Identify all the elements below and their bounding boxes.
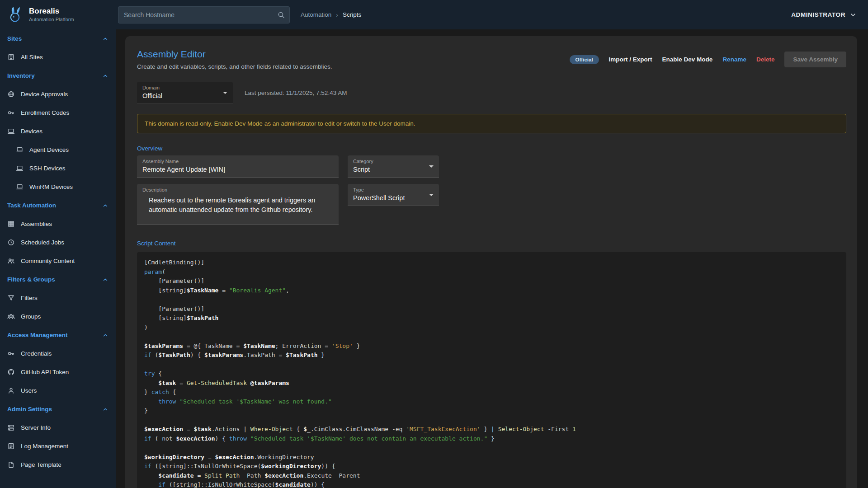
sidebar-item-label: Devices — [21, 128, 42, 135]
clock-icon — [7, 239, 15, 246]
assembly-name-field[interactable]: Assembly Name Remote Agent Update [WIN] — [137, 155, 339, 178]
sidebar-item-label: Credentials — [21, 350, 52, 357]
sidebar-item-assemblies[interactable]: Assemblies — [0, 215, 116, 233]
description-field[interactable]: Description Reaches out to the remote Bo… — [137, 184, 339, 225]
sidebar-section-label: Task Automation — [7, 202, 56, 209]
search-input[interactable] — [124, 11, 278, 19]
code-line: [string]$TaskName = "Borealis Agent", — [144, 286, 839, 296]
category-value: Script — [353, 166, 424, 173]
sidebar-item-label: Log Management — [21, 443, 68, 450]
save-assembly-button[interactable]: Save Assembly — [784, 52, 846, 67]
domain-select[interactable]: Domain Official — [137, 82, 233, 104]
sidebar-item-scheduled-jobs[interactable]: Scheduled Jobs — [0, 233, 116, 252]
laptop-icon — [16, 183, 24, 191]
user-menu-label: ADMINISTRATOR — [791, 11, 845, 18]
code-line: try { — [144, 369, 839, 379]
overview-section-label: Overview — [137, 145, 846, 152]
sidebar-item-page-template[interactable]: Page Template — [0, 455, 116, 474]
page-title: Assembly Editor — [137, 49, 332, 60]
sidebar-item-credentials[interactable]: Credentials — [0, 344, 116, 363]
code-line: [Parameter()] — [144, 305, 839, 314]
sidebar-item-label: Community Content — [21, 258, 75, 264]
caret-down-icon — [429, 165, 434, 168]
sidebar-section-admin-settings[interactable]: Admin Settings — [0, 400, 116, 418]
sidebar-item-server-info[interactable]: Server Info — [0, 418, 116, 437]
sidebar-section-access-management[interactable]: Access Management — [0, 326, 116, 344]
enable-dev-mode-button[interactable]: Enable Dev Mode — [662, 56, 713, 63]
sidebar-item-label: Enrollment Codes — [21, 109, 69, 116]
assembly-editor-panel: Assembly Editor Create and edit variable… — [125, 36, 857, 488]
sidebar-item-agent-devices[interactable]: Agent Devices — [0, 141, 116, 159]
code-line: $execAction = $task.Actions | Where-Obje… — [144, 425, 839, 434]
laptop-icon — [7, 127, 15, 135]
brand-home-link[interactable]: Borealis Automation Platform — [0, 0, 116, 29]
domain-select-value: Official — [142, 92, 217, 99]
search-box — [118, 6, 290, 23]
globe-icon — [7, 90, 15, 98]
breadcrumb-scripts[interactable]: Scripts — [343, 11, 361, 18]
type-select[interactable]: Type PowerShell Script — [348, 184, 439, 206]
key-icon — [7, 109, 15, 117]
code-line: [CmdletBinding()] — [144, 258, 839, 267]
sidebar-item-users[interactable]: Users — [0, 381, 116, 400]
sidebar-section-filters-groups[interactable]: Filters & Groups — [0, 270, 116, 289]
sidebar-item-github-api-token[interactable]: GitHub API Token — [0, 363, 116, 381]
people-icon — [7, 257, 15, 265]
sidebar-item-all-sites[interactable]: All Sites — [0, 48, 116, 66]
category-select[interactable]: Category Script — [348, 155, 439, 178]
code-line: [string]$TaskPath — [144, 314, 839, 323]
readonly-warning-text: This domain is read-only. Enable Dev Mod… — [145, 120, 415, 127]
chevron-up-icon — [102, 332, 109, 339]
sidebar-item-label: Scheduled Jobs — [21, 239, 64, 246]
laptop-icon — [16, 164, 24, 172]
sidebar-item-groups[interactable]: Groups — [0, 307, 116, 326]
code-line — [144, 360, 839, 370]
github-icon — [7, 368, 15, 376]
code-line — [144, 443, 839, 453]
key-icon — [7, 350, 15, 357]
code-line: param( — [144, 267, 839, 277]
sidebar-section-label: Sites — [7, 35, 22, 42]
code-line — [144, 332, 839, 342]
topbar: Automation›Scripts ADMINISTRATOR — [116, 0, 868, 29]
last-persisted-text: Last persisted: 11/1/2025, 7:52:43 AM — [245, 89, 347, 96]
assembly-name-label: Assembly Name — [142, 159, 333, 164]
sidebar-item-label: Page Template — [21, 461, 61, 468]
sidebar-item-devices[interactable]: Devices — [0, 122, 116, 141]
caret-down-icon — [223, 92, 227, 94]
code-line: if ([string]::IsNullOrWhiteSpace($workin… — [144, 462, 839, 471]
type-label: Type — [353, 187, 424, 192]
overview-fields: Assembly Name Remote Agent Update [WIN] … — [137, 155, 846, 225]
sidebar-item-log-management[interactable]: Log Management — [0, 437, 116, 455]
main-content: Assembly Editor Create and edit variable… — [116, 29, 868, 488]
delete-button[interactable]: Delete — [756, 56, 775, 63]
rename-button[interactable]: Rename — [722, 56, 746, 63]
sidebar-item-label: Assemblies — [21, 221, 52, 227]
breadcrumb-automation[interactable]: Automation — [301, 11, 331, 18]
borealis-logo — [5, 5, 24, 24]
chevron-up-icon — [102, 35, 109, 42]
script-editor[interactable]: [CmdletBinding()]param( [Parameter()] [s… — [137, 252, 846, 488]
code-line: } catch { — [144, 388, 839, 397]
sidebar-item-winrm-devices[interactable]: WinRM Devices — [0, 178, 116, 196]
sidebar-item-community-content[interactable]: Community Content — [0, 252, 116, 270]
sidebar-item-enrollment-codes[interactable]: Enrollment Codes — [0, 103, 116, 122]
code-line: $taskParams = @{ TaskName = $TaskName; E… — [144, 342, 839, 351]
sidebar-item-filters[interactable]: Filters — [0, 289, 116, 307]
search-icon[interactable] — [278, 11, 285, 19]
sidebar-item-device-approvals[interactable]: Device Approvals — [0, 85, 116, 103]
readonly-warning-banner: This domain is read-only. Enable Dev Mod… — [137, 114, 846, 133]
page-subtitle: Create and edit variables, scripts, and … — [137, 63, 332, 70]
breadcrumb: Automation›Scripts — [301, 11, 361, 19]
code-line: } — [144, 406, 839, 416]
sidebar-section-inventory[interactable]: Inventory — [0, 66, 116, 85]
sidebar-item-ssh-devices[interactable]: SSH Devices — [0, 159, 116, 178]
category-label: Category — [353, 159, 424, 164]
sidebar-section-task-automation[interactable]: Task Automation — [0, 196, 116, 215]
user-menu[interactable]: ADMINISTRATOR — [791, 11, 857, 19]
import-export-button[interactable]: Import / Export — [609, 56, 652, 63]
chevron-down-icon — [849, 11, 857, 19]
code-line: [Parameter()] — [144, 277, 839, 286]
sidebar-section-sites[interactable]: Sites — [0, 29, 116, 48]
chevron-up-icon — [102, 202, 109, 209]
